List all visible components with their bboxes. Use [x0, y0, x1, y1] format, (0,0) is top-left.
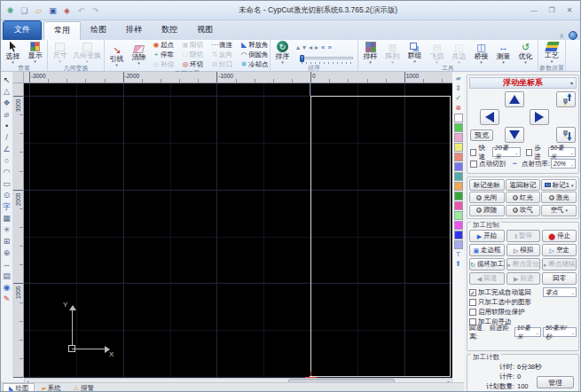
layer-color-12[interactable]	[454, 231, 463, 239]
pan-tool-icon[interactable]: ❖	[1, 98, 12, 109]
measure-tool-icon[interactable]: ↔	[1, 259, 12, 270]
common-edge-button[interactable]: ◫共边▾	[448, 41, 470, 64]
text-layer-icon[interactable]: T	[453, 250, 463, 259]
layers-tool-icon[interactable]: ▤	[1, 270, 12, 282]
sort-granularity-slider[interactable]	[296, 55, 357, 64]
tab-排样[interactable]: 排样	[116, 21, 152, 40]
layer-color-7[interactable]	[454, 182, 463, 191]
mark-button-红光[interactable]: 红光	[506, 192, 541, 203]
align-tool-icon[interactable]: ⊞	[1, 236, 12, 247]
up-arrow-icon[interactable]: ⬆	[453, 260, 463, 269]
slider-thumb[interactable]	[300, 55, 304, 62]
layer-color-1[interactable]	[454, 123, 463, 132]
mark-button-光闸[interactable]: 光闸	[469, 192, 505, 203]
app-icon[interactable]: ❋	[4, 5, 16, 16]
pause-button[interactable]: ‖暂停	[506, 230, 541, 242]
display-button[interactable]: 显示▾	[24, 41, 46, 64]
layer-color-3[interactable]	[454, 143, 463, 152]
frame-button[interactable]: ▣走边框	[469, 244, 505, 256]
layer-color-9[interactable]	[454, 201, 463, 210]
preview-button[interactable]: 预览	[470, 129, 493, 141]
inner-cut-button[interactable]: □阴切	[181, 51, 210, 59]
simulate-button[interactable]: ▷模拟	[506, 244, 541, 256]
text-tool-icon[interactable]: 字	[1, 201, 12, 213]
next-part-icon[interactable]: »	[328, 43, 332, 51]
stop-button[interactable]: ⬤停止	[542, 230, 577, 242]
cooling-point-button[interactable]: ❄冷却点	[239, 60, 269, 69]
status-tab-报警[interactable]: ⚠报警	[67, 383, 100, 392]
new-file-icon[interactable]: ❏	[19, 5, 30, 16]
flycut-button[interactable]: ▤飞切▾	[426, 41, 448, 64]
outer-cut-button[interactable]: ▣阳切	[181, 41, 210, 50]
open-file-icon[interactable]: ▱	[33, 5, 44, 16]
mark-button-返回标记[interactable]: 返回标记	[506, 179, 541, 191]
forward-button[interactable]: ▶前进	[506, 272, 541, 285]
mark-button-激光[interactable]: 激光	[541, 192, 577, 203]
mark-button-吹气[interactable]: 吹气	[506, 205, 541, 216]
breakpoint-continue-button[interactable]: ▸断点继续	[542, 258, 577, 270]
minimize-button[interactable]: —	[529, 6, 539, 14]
save-icon[interactable]: ▣	[47, 5, 59, 16]
gap-button[interactable]: ⊠封口	[210, 60, 239, 69]
ellipse-tool-icon[interactable]: ⊙	[1, 190, 12, 201]
drawing-canvas[interactable]: Y X	[24, 83, 452, 378]
prev-part-icon[interactable]: «	[321, 43, 325, 51]
dryrun-button[interactable]: ▷空走	[542, 244, 577, 256]
layer-color-13[interactable]	[454, 240, 463, 249]
select-tool-icon[interactable]: ↖	[1, 74, 12, 86]
speed-select[interactable]: 50毫米/秒⌄	[543, 327, 577, 337]
start-point-button[interactable]: ◉起点	[152, 41, 181, 50]
close-button[interactable]: ✕	[564, 6, 575, 14]
manage-button[interactable]: 管理	[537, 376, 574, 388]
group-button[interactable]: 群组▾	[404, 41, 426, 64]
mark-button-跟随[interactable]: 跟随	[469, 205, 505, 216]
follow-up-button[interactable]	[556, 91, 576, 107]
power-select[interactable]: 20%⌄	[551, 159, 576, 169]
snap-tool-icon[interactable]: ⊕	[1, 247, 12, 259]
sort-left-icon[interactable]: ◂	[309, 43, 312, 51]
eraser-icon[interactable]: ▰	[453, 74, 463, 83]
point-tool-icon[interactable]: •	[1, 121, 12, 132]
ring-cut-button[interactable]: ◎环切	[181, 60, 210, 69]
checkbox[interactable]	[469, 299, 476, 306]
sheet-outline[interactable]	[310, 96, 451, 377]
mark-button-标记坐标[interactable]: 标记坐标	[469, 179, 505, 191]
draw-tool-icon[interactable]: ✎	[1, 294, 12, 305]
tab-视图[interactable]: 视图	[187, 21, 223, 40]
mark-button-空气[interactable]: 空气▾	[541, 205, 577, 216]
size-button[interactable]: 尺寸▾	[49, 41, 71, 64]
layer-color-5[interactable]	[454, 162, 463, 171]
bridge-button[interactable]: ◫桥接▾	[470, 41, 492, 64]
status-tab-系统[interactable]: ▰系统	[35, 383, 67, 392]
scale-icon[interactable]: ⇕	[453, 84, 463, 93]
step-checkbox[interactable]	[526, 149, 532, 156]
more-options-link[interactable]: ┅	[513, 160, 518, 168]
tab-绘图[interactable]: 绘图	[81, 21, 116, 40]
circle-tool-icon[interactable]: ○	[1, 155, 12, 167]
tab-常用[interactable]: 常用	[43, 21, 81, 40]
sphere-tool-icon[interactable]: ◉	[1, 282, 12, 294]
layer-color-10[interactable]	[454, 211, 463, 220]
jog-cut-checkbox[interactable]	[470, 161, 477, 168]
sort-right-icon[interactable]: ▸	[315, 43, 318, 51]
回零-button[interactable]: 回零	[542, 272, 577, 285]
step-distance-select[interactable]: 50毫米⌄	[548, 147, 576, 157]
tab-数控[interactable]: 数控	[152, 21, 187, 40]
jog-down-button[interactable]	[505, 127, 524, 143]
polyline-tool-icon[interactable]: ∠	[1, 144, 12, 155]
microjoint-button[interactable]: ⋯微连	[210, 41, 239, 50]
transform-button[interactable]: 几何变换▾	[71, 41, 103, 64]
layer-color-8[interactable]	[454, 192, 463, 200]
no-output-icon[interactable]: ⊗	[453, 104, 463, 113]
loop-button[interactable]: ↻循环加工	[469, 258, 505, 270]
layer-color-0[interactable]	[454, 114, 463, 122]
mark-button-标记1[interactable]: 标记1▾	[541, 179, 577, 191]
release-corner-button[interactable]: ◣释放角	[239, 41, 269, 50]
jog-up-button[interactable]	[505, 91, 524, 107]
process-params-button[interactable]: 工艺▾	[541, 41, 563, 64]
reverse-button[interactable]: ⇅反向	[210, 51, 239, 59]
status-tab-绘图[interactable]: ◣绘图	[3, 383, 35, 392]
line-tool-icon[interactable]: /	[1, 132, 12, 144]
visible-check-icon[interactable]: ✓	[453, 94, 463, 103]
jog-left-button[interactable]	[480, 109, 499, 125]
